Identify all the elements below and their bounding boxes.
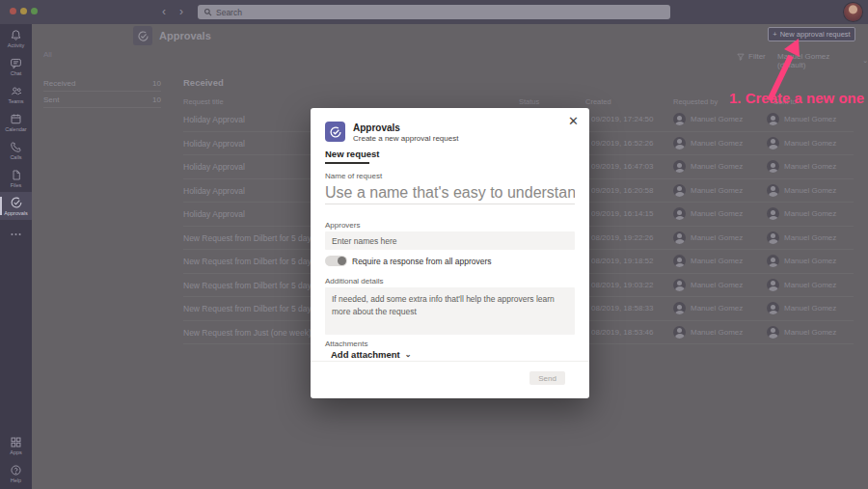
request-title: Holiday Approval — [183, 162, 245, 172]
sidebar-item-approvals[interactable]: Approvals — [0, 192, 32, 220]
requested-by-cell: Manuel Gomez — [673, 113, 743, 125]
col-created: Created — [585, 97, 611, 106]
sidebar-item-label: Approvals — [4, 210, 27, 216]
avatar — [673, 231, 686, 244]
sidebar-item-files[interactable]: Files — [0, 164, 32, 192]
attachments-label: Attachments — [325, 340, 367, 348]
maximize-window-button[interactable] — [31, 8, 38, 14]
avatar — [673, 279, 686, 291]
require-response-label: Require a response from all approvers — [352, 257, 492, 266]
sidebar-item-label: Help — [11, 477, 21, 483]
files-icon — [11, 168, 22, 181]
avatar — [673, 160, 686, 173]
avatar — [673, 113, 686, 125]
sent-to-cell: Manuel Gomez — [767, 160, 836, 173]
sidebar-item-label: Teams — [8, 98, 23, 104]
requested-by-cell: Manuel Gomez — [673, 137, 743, 149]
sidebar-item-chat[interactable]: Chat — [0, 52, 32, 80]
requested-by-name: Manuel Gomez — [691, 186, 743, 195]
close-icon[interactable]: ✕ — [568, 115, 579, 128]
more-icon — [10, 228, 22, 241]
requested-by-name: Manuel Gomez — [691, 304, 743, 312]
sent-to-cell: Manuel Gomez — [767, 113, 836, 125]
sent-to-cell: Manuel Gomez — [767, 231, 836, 244]
sidebar-item-calls[interactable]: Calls — [0, 136, 32, 164]
rail-spacer — [0, 248, 32, 431]
mailbox-count: 10 — [152, 95, 161, 104]
sent-to-name: Manuel Gomez — [784, 233, 836, 242]
sidebar-item-more[interactable] — [0, 220, 32, 248]
requested-by-cell: Manuel Gomez — [673, 207, 743, 220]
col-request-title: Request title — [183, 97, 224, 106]
created-timestamp: 09/2019, 16:52:26 — [591, 139, 654, 148]
requested-by-name: Manuel Gomez — [691, 233, 743, 242]
sidebar-item-label: Calendar — [5, 126, 26, 132]
calendar-icon — [10, 112, 22, 125]
avatar — [767, 160, 779, 173]
col-status: Status — [519, 97, 539, 106]
sidebar-item-label: Apps — [10, 449, 22, 455]
created-timestamp: 08/2019, 18:58:33 — [591, 304, 654, 312]
avatar — [767, 137, 779, 149]
sidebar-item-calendar[interactable]: Calendar — [0, 108, 32, 136]
request-name-input[interactable] — [325, 181, 575, 204]
created-timestamp: 09/2019, 16:47:03 — [591, 162, 654, 171]
section-title: Received — [183, 77, 224, 88]
requested-by-name: Manuel Gomez — [691, 257, 743, 265]
sent-to-cell: Manuel Gomez — [767, 207, 836, 220]
requested-by-cell: Manuel Gomez — [673, 326, 743, 339]
require-response-toggle[interactable] — [325, 256, 347, 266]
sent-to-cell: Manuel Gomez — [767, 326, 836, 339]
requested-by-name: Manuel Gomez — [691, 162, 743, 171]
sent-to-name: Manuel Gomez — [784, 115, 836, 123]
search-bar[interactable] — [198, 5, 670, 19]
avatar — [767, 255, 779, 267]
profile-avatar[interactable] — [844, 3, 862, 21]
request-title: Holiday Approval — [183, 115, 245, 124]
approvals-icon — [10, 196, 23, 209]
sent-to-name: Manuel Gomez — [784, 139, 836, 148]
avatar — [673, 184, 686, 197]
created-timestamp: 08/2019, 19:03:22 — [591, 281, 654, 289]
minimize-window-button[interactable] — [20, 8, 27, 14]
requested-by-cell: Manuel Gomez — [673, 279, 743, 291]
chevron-down-icon: ⌄ — [405, 351, 412, 359]
request-title: Holiday Approval — [183, 186, 245, 196]
requested-by-cell: Manuel Gomez — [673, 184, 743, 197]
add-attachment-button[interactable]: Add attachment ⌄ — [331, 349, 412, 360]
request-title: Holiday Approval — [183, 139, 245, 149]
sidebar-item-apps[interactable]: Apps — [0, 431, 32, 459]
chat-icon — [10, 56, 22, 69]
annotation-arrow — [760, 33, 808, 108]
sidebar-item-teams[interactable]: Teams — [0, 80, 32, 108]
requested-by-cell: Manuel Gomez — [673, 160, 743, 173]
request-title: New Request from Dilbert for 5 days — [183, 281, 315, 290]
search-input[interactable] — [216, 8, 665, 17]
sidebar-item-activity[interactable]: Activity — [0, 24, 32, 52]
requested-by-name: Manuel Gomez — [691, 209, 743, 218]
close-window-button[interactable] — [10, 8, 16, 14]
funnel-icon — [737, 53, 745, 61]
avatar — [673, 137, 686, 149]
mailbox-item-received[interactable]: Received10 — [43, 75, 161, 92]
sidebar-item-label: Chat — [11, 70, 22, 76]
forward-button[interactable]: › — [179, 3, 183, 20]
requested-by-name: Manuel Gomez — [691, 115, 743, 123]
tab-new-request[interactable]: New request — [325, 149, 380, 159]
avatar — [673, 207, 686, 220]
requested-by-cell: Manuel Gomez — [673, 255, 743, 267]
sidebar-item-help[interactable]: Help — [0, 459, 32, 487]
sidebar-item-label: Activity — [8, 42, 24, 48]
approvers-input[interactable] — [325, 231, 575, 250]
requested-by-cell: Manuel Gomez — [673, 302, 743, 314]
sent-to-cell: Manuel Gomez — [767, 255, 836, 267]
sent-to-name: Manuel Gomez — [784, 257, 836, 265]
back-button[interactable]: ‹ — [162, 3, 166, 20]
send-button[interactable]: Send — [529, 371, 565, 385]
mailbox-item-sent[interactable]: Sent10 — [43, 92, 161, 108]
additional-details-input[interactable] — [325, 287, 575, 335]
apps-icon — [10, 435, 22, 448]
all-filter-label[interactable]: All — [43, 50, 52, 59]
tab-underline — [325, 162, 369, 164]
created-timestamp: 08/2019, 19:22:26 — [591, 233, 654, 242]
